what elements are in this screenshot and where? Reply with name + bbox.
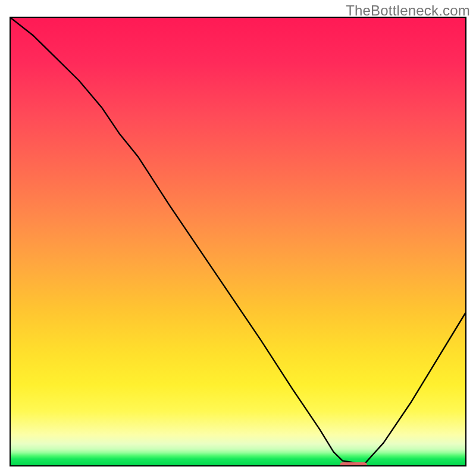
plot-area — [10, 17, 466, 466]
bottleneck-curve-path — [11, 18, 465, 463]
curve-layer — [11, 18, 465, 465]
watermark-text: TheBottleneck.com — [346, 2, 470, 19]
chart-frame: TheBottleneck.com — [0, 0, 476, 476]
optimum-marker — [340, 462, 367, 466]
